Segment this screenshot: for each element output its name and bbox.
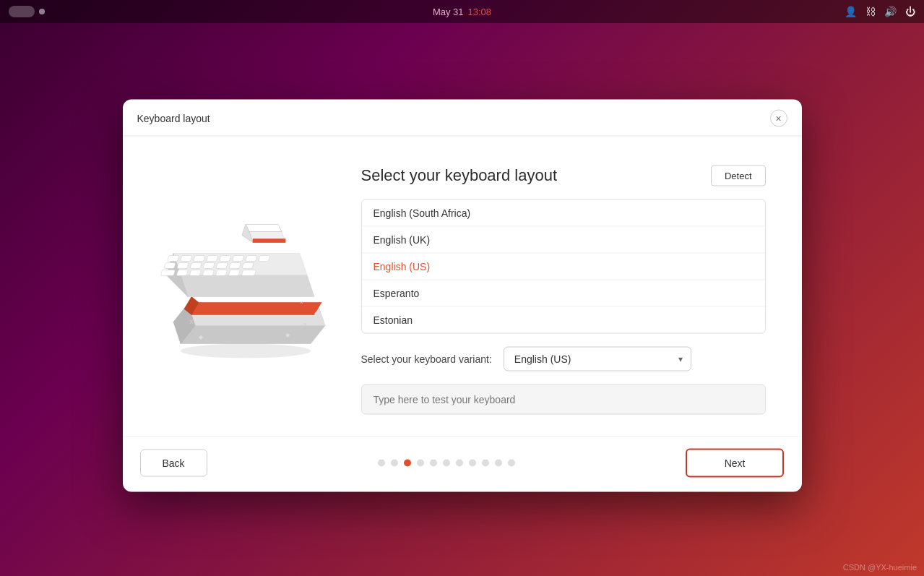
svg-rect-19 <box>189 263 201 269</box>
list-item-english-south-africa[interactable]: English (South Africa) <box>362 199 765 226</box>
dialog-title: Keyboard layout <box>137 112 210 124</box>
svg-rect-13 <box>219 256 230 262</box>
keyboard-svg-illustration: × × × ◆ ◆ ◆ <box>159 218 332 362</box>
power-icon[interactable]: ⏻ <box>905 6 915 17</box>
svg-point-0 <box>181 344 311 358</box>
pagination-dot-7 <box>456 459 463 466</box>
section-title: Select your keyboard layout <box>361 166 558 185</box>
svg-rect-29 <box>228 270 240 276</box>
svg-rect-21 <box>215 263 227 269</box>
variant-select[interactable]: English (US) <box>504 346 691 371</box>
close-button[interactable]: × <box>770 109 787 126</box>
keyboard-layout-dialog: Keyboard layout × <box>123 99 802 491</box>
watermark: CSDN @YX-hueimie <box>843 563 917 572</box>
dialog-body: × × × ◆ ◆ ◆ Select your keyboard layout … <box>123 136 802 436</box>
svg-rect-10 <box>180 256 191 262</box>
svg-text:×: × <box>300 299 303 306</box>
list-item-english-us[interactable]: English (US) <box>362 253 765 280</box>
svg-marker-32 <box>246 225 282 232</box>
taskbar-center: May 31 13:08 <box>433 7 491 17</box>
taskbar-time: 13:08 <box>468 7 492 17</box>
svg-text:◆: ◆ <box>285 332 290 338</box>
svg-rect-9 <box>167 256 178 262</box>
network-icon[interactable]: ⛓ <box>865 6 876 17</box>
svg-text:×: × <box>189 318 194 326</box>
pagination-dot-2 <box>391 459 398 466</box>
person-icon[interactable]: 👤 <box>845 6 857 17</box>
taskbar-pill <box>9 6 35 17</box>
pagination-dot-1 <box>378 459 385 466</box>
svg-rect-20 <box>202 263 214 269</box>
taskbar-right: 👤 ⛓ 🔊 ⏻ <box>845 6 915 17</box>
svg-rect-28 <box>215 270 227 276</box>
variant-label: Select your keyboard variant: <box>361 353 492 364</box>
svg-rect-15 <box>245 256 256 262</box>
taskbar: May 31 13:08 👤 ⛓ 🔊 ⏻ <box>0 0 924 23</box>
taskbar-dot <box>39 9 45 14</box>
svg-text:◆: ◆ <box>199 334 204 340</box>
svg-rect-16 <box>258 256 269 262</box>
keyboard-test-input[interactable] <box>361 384 766 414</box>
svg-rect-14 <box>232 256 243 262</box>
taskbar-date: May 31 <box>433 7 464 17</box>
pagination-dot-6 <box>443 459 450 466</box>
pagination-dot-8 <box>469 459 476 466</box>
svg-rect-11 <box>193 256 204 262</box>
taskbar-left <box>9 6 45 17</box>
svg-text:×: × <box>303 321 307 327</box>
list-item-estonian[interactable]: Estonian <box>362 306 765 332</box>
list-item-english-uk[interactable]: English (UK) <box>362 226 765 253</box>
volume-icon[interactable]: 🔊 <box>884 6 897 17</box>
pagination-dot-4 <box>417 459 424 466</box>
svg-rect-25 <box>176 270 188 276</box>
dialog-footer: Back Next <box>123 436 802 491</box>
pagination-dots <box>378 459 515 466</box>
svg-marker-6 <box>181 275 314 297</box>
keyboard-layout-list[interactable]: English (South Africa) English (UK) Engl… <box>361 199 766 333</box>
svg-rect-12 <box>206 256 217 262</box>
svg-rect-26 <box>189 270 201 276</box>
pagination-dot-10 <box>495 459 502 466</box>
svg-text:◆: ◆ <box>314 310 319 317</box>
svg-rect-23 <box>241 263 253 269</box>
pagination-dot-3-active <box>404 459 411 466</box>
dialog-wrapper: Keyboard layout × <box>123 99 802 491</box>
back-button[interactable]: Back <box>140 449 207 476</box>
variant-select-wrapper: English (US) ▾ <box>504 346 691 371</box>
pagination-dot-11 <box>508 459 515 466</box>
svg-rect-17 <box>163 263 175 269</box>
svg-rect-30 <box>241 270 256 276</box>
svg-rect-22 <box>228 263 240 269</box>
svg-rect-24 <box>160 270 175 276</box>
list-item-esperanto[interactable]: Esperanto <box>362 280 765 306</box>
svg-rect-18 <box>176 263 188 269</box>
variant-row: Select your keyboard variant: English (U… <box>361 346 766 371</box>
svg-marker-34 <box>253 239 285 243</box>
svg-rect-27 <box>202 270 214 276</box>
section-header: Select your keyboard layout Detect <box>361 165 766 186</box>
detect-button[interactable]: Detect <box>711 165 766 186</box>
pagination-dot-5 <box>430 459 437 466</box>
illustration-area: × × × ◆ ◆ ◆ <box>159 165 332 414</box>
dialog-titlebar: Keyboard layout × <box>123 99 802 136</box>
pagination-dot-9 <box>482 459 489 466</box>
next-button[interactable]: Next <box>686 448 785 477</box>
content-area: Select your keyboard layout Detect Engli… <box>361 165 766 414</box>
